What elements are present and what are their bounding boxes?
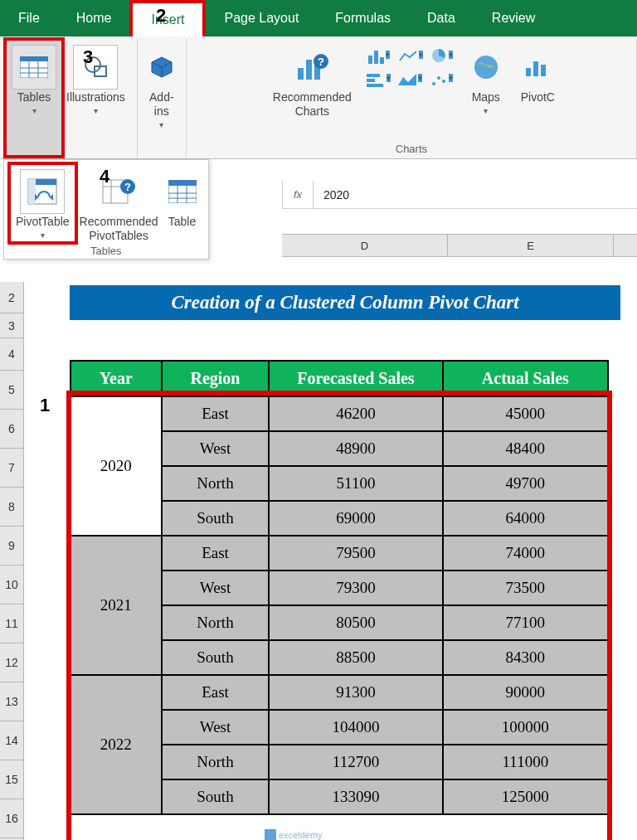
line-chart-icon[interactable]: ▾ bbox=[398, 46, 423, 64]
chevron-down-icon: ▾ bbox=[94, 106, 98, 115]
tab-file[interactable]: File bbox=[0, 0, 58, 36]
ribbon-tabs: File Home Insert Page Layout Formulas Da… bbox=[0, 0, 637, 36]
svg-point-22 bbox=[442, 80, 445, 83]
recommended-charts-label: Recommended Charts bbox=[273, 90, 352, 119]
tab-formulas[interactable]: Formulas bbox=[317, 0, 409, 36]
group-tables: Tables ▾ Illustrations ▾ bbox=[0, 39, 138, 158]
chevron-down-icon: ▾ bbox=[484, 106, 488, 115]
chart-gallery[interactable]: ▾ ▾ ▾ ▾ ▾ ▾ bbox=[367, 46, 456, 90]
maps-button[interactable]: Maps ▾ bbox=[466, 41, 506, 143]
illustrations-label: Illustrations bbox=[66, 90, 125, 104]
tables-label: Tables bbox=[17, 90, 51, 104]
svg-rect-16 bbox=[367, 74, 380, 77]
column-chart-icon[interactable]: ▾ bbox=[367, 46, 391, 64]
pivotchart-label: PivotC bbox=[521, 90, 555, 104]
area-chart-icon[interactable]: ▾ bbox=[398, 69, 423, 87]
svg-rect-10 bbox=[298, 68, 304, 80]
bar-chart-icon[interactable]: ▾ bbox=[367, 69, 391, 87]
svg-rect-24 bbox=[526, 68, 531, 76]
tab-insert[interactable]: Insert bbox=[129, 0, 206, 36]
pie-chart-icon[interactable]: ▾ bbox=[430, 46, 455, 64]
svg-point-21 bbox=[437, 76, 440, 80]
addins-label: Add- ins bbox=[149, 90, 174, 119]
callout-2: 2 bbox=[156, 5, 166, 27]
recommended-charts-button[interactable]: ? Recommended Charts bbox=[268, 41, 357, 143]
scatter-chart-icon[interactable]: ▾ bbox=[430, 69, 455, 87]
addins-button[interactable]: Add- ins ▾ bbox=[144, 41, 179, 155]
tab-review[interactable]: Review bbox=[474, 0, 553, 36]
tab-home[interactable]: Home bbox=[58, 0, 130, 36]
svg-rect-17 bbox=[367, 79, 375, 82]
svg-rect-1 bbox=[20, 56, 48, 61]
chevron-down-icon: ▾ bbox=[32, 106, 36, 115]
svg-rect-25 bbox=[533, 61, 538, 76]
globe-icon bbox=[471, 52, 501, 82]
shapes-icon bbox=[73, 45, 118, 90]
svg-text:?: ? bbox=[318, 56, 324, 68]
group-charts: ? Recommended Charts ▾ ▾ ▾ ▾ ▾ ▾ Maps ▾ bbox=[187, 39, 637, 158]
svg-rect-18 bbox=[367, 84, 383, 87]
pivotchart-button[interactable]: PivotC bbox=[516, 41, 555, 143]
cube-icon bbox=[149, 55, 174, 80]
svg-marker-19 bbox=[398, 74, 416, 85]
pivot-chart-icon bbox=[523, 55, 552, 80]
recommended-chart-icon: ? bbox=[294, 51, 329, 83]
illustrations-button[interactable]: Illustrations ▾ bbox=[61, 41, 130, 155]
tab-pagelayout[interactable]: Page Layout bbox=[206, 0, 317, 36]
maps-label: Maps bbox=[472, 90, 500, 104]
group-addins: Add- ins ▾ bbox=[138, 39, 187, 158]
svg-rect-11 bbox=[306, 60, 312, 80]
svg-rect-26 bbox=[541, 65, 546, 76]
callout-3: 3 bbox=[83, 46, 93, 68]
tab-data[interactable]: Data bbox=[409, 0, 474, 36]
tables-button[interactable]: Tables ▾ bbox=[7, 41, 61, 155]
charts-group-title: Charts bbox=[396, 143, 427, 155]
table-icon bbox=[12, 45, 56, 90]
svg-point-20 bbox=[432, 82, 435, 85]
ribbon-insert: Tables ▾ Illustrations ▾ Add- ins ▾ bbox=[0, 36, 637, 159]
svg-point-23 bbox=[474, 56, 498, 79]
chevron-down-icon: ▾ bbox=[159, 120, 163, 129]
